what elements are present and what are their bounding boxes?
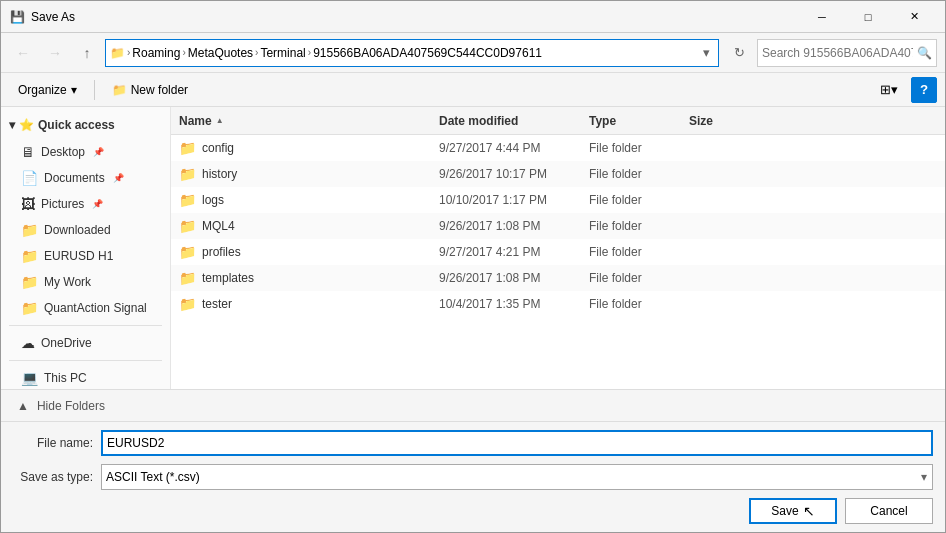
sidebar-item-eurusd[interactable]: 📁 EURUSD H1: [1, 243, 170, 269]
filetype-select[interactable]: ASCII Text (*.csv): [101, 464, 933, 490]
forward-button[interactable]: →: [41, 39, 69, 67]
back-button[interactable]: ←: [9, 39, 37, 67]
file-list-body: 📁 config 9/27/2017 4:44 PM File folder 📁…: [171, 135, 945, 389]
table-row[interactable]: 📁 history 9/26/2017 10:17 PM File folder: [171, 161, 945, 187]
new-folder-button[interactable]: 📁 New folder: [103, 77, 197, 103]
sidebar-item-downloaded-label: Downloaded: [44, 223, 111, 237]
footer-buttons: Save ↖ Cancel: [13, 498, 933, 524]
search-icon: 🔍: [917, 46, 932, 60]
hide-folders-label: Hide Folders: [37, 399, 105, 413]
maximize-button[interactable]: □: [845, 1, 891, 33]
table-row[interactable]: 📁 logs 10/10/2017 1:17 PM File folder: [171, 187, 945, 213]
onedrive-section: ☁ OneDrive: [1, 330, 170, 356]
filename-row: File name:: [13, 430, 933, 456]
address-dropdown-button[interactable]: ▾: [698, 39, 714, 67]
sidebar-item-desktop[interactable]: 🖥 Desktop 📌: [1, 139, 170, 165]
filetype-label: Save as type:: [13, 470, 93, 484]
close-button[interactable]: ✕: [891, 1, 937, 33]
address-bar[interactable]: 📁 › Roaming › MetaQuotes › Terminal › 91…: [105, 39, 719, 67]
view-icon: ⊞: [880, 82, 891, 97]
desktop-icon: 🖥: [21, 144, 35, 160]
cmd-separator: [94, 80, 95, 100]
file-type: File folder: [589, 297, 689, 311]
table-row[interactable]: 📁 templates 9/26/2017 1:08 PM File folde…: [171, 265, 945, 291]
search-box[interactable]: 🔍: [757, 39, 937, 67]
sidebar-divider-2: [9, 360, 162, 361]
pin-icon: 📌: [93, 147, 104, 157]
table-row[interactable]: 📁 MQL4 9/26/2017 1:08 PM File folder: [171, 213, 945, 239]
sidebar-item-onedrive[interactable]: ☁ OneDrive: [1, 330, 170, 356]
thispc-section: 💻 This PC: [1, 365, 170, 389]
window-icon: 💾: [9, 9, 25, 25]
table-row[interactable]: 📁 config 9/27/2017 4:44 PM File folder: [171, 135, 945, 161]
folder-row-icon: 📁: [179, 166, 196, 182]
sidebar-item-eurusd-label: EURUSD H1: [44, 249, 113, 263]
documents-icon: 📄: [21, 170, 38, 186]
view-button[interactable]: ⊞ ▾: [875, 77, 903, 103]
cancel-button[interactable]: Cancel: [845, 498, 933, 524]
main-area: ▾ ⭐ Quick access 🖥 Desktop 📌 📄 Documents…: [1, 107, 945, 389]
sidebar-item-quantaction-label: QuantAction Signal: [44, 301, 147, 315]
sidebar-item-downloaded[interactable]: 📁 Downloaded: [1, 217, 170, 243]
table-row[interactable]: 📁 tester 10/4/2017 1:35 PM File folder: [171, 291, 945, 317]
eurusd-icon: 📁: [21, 248, 38, 264]
sort-arrow-icon: ▲: [216, 116, 224, 125]
filename-input[interactable]: [101, 430, 933, 456]
table-row[interactable]: 📁 profiles 9/27/2017 4:21 PM File folder: [171, 239, 945, 265]
address-roaming: Roaming: [132, 46, 180, 60]
sidebar-item-onedrive-label: OneDrive: [41, 336, 92, 350]
file-name-text: templates: [202, 271, 254, 285]
footer: File name: Save as type: ASCII Text (*.c…: [1, 421, 945, 532]
pin-icon-pic: 📌: [92, 199, 103, 209]
save-button[interactable]: Save ↖: [749, 498, 837, 524]
new-folder-icon: 📁: [112, 83, 127, 97]
search-input[interactable]: [762, 46, 913, 60]
quick-access-star-icon: ⭐: [19, 118, 34, 132]
file-date: 9/27/2017 4:21 PM: [439, 245, 589, 259]
refresh-button[interactable]: ↻: [725, 39, 753, 67]
organize-button[interactable]: Organize ▾: [9, 77, 86, 103]
sidebar-item-pictures-label: Pictures: [41, 197, 84, 211]
file-date: 10/4/2017 1:35 PM: [439, 297, 589, 311]
up-button[interactable]: ↑: [73, 39, 101, 67]
filetype-row: Save as type: ASCII Text (*.csv): [13, 464, 933, 490]
minimize-button[interactable]: ─: [799, 1, 845, 33]
col-name-header[interactable]: Name ▲: [179, 114, 439, 128]
file-type: File folder: [589, 141, 689, 155]
help-button[interactable]: ?: [911, 77, 937, 103]
col-size-header[interactable]: Size: [689, 114, 769, 128]
hide-folders-bar[interactable]: ▲ Hide Folders: [1, 389, 945, 421]
save-as-dialog: 💾 Save As ─ □ ✕ ← → ↑ 📁 › Roaming › Meta…: [0, 0, 946, 533]
sidebar-item-pictures[interactable]: 🖼 Pictures 📌: [1, 191, 170, 217]
file-type: File folder: [589, 193, 689, 207]
sidebar-item-documents[interactable]: 📄 Documents 📌: [1, 165, 170, 191]
mywork-icon: 📁: [21, 274, 38, 290]
file-type: File folder: [589, 245, 689, 259]
sidebar-item-mywork[interactable]: 📁 My Work: [1, 269, 170, 295]
file-name-text: config: [202, 141, 234, 155]
file-type: File folder: [589, 219, 689, 233]
content-area: Name ▲ Date modified Type Size 📁 config: [171, 107, 945, 389]
window-title: Save As: [31, 10, 799, 24]
sidebar-item-quantaction[interactable]: 📁 QuantAction Signal: [1, 295, 170, 321]
view-dropdown-icon: ▾: [891, 82, 898, 97]
file-type: File folder: [589, 271, 689, 285]
folder-row-icon: 📁: [179, 296, 196, 312]
downloaded-icon: 📁: [21, 222, 38, 238]
folder-row-icon: 📁: [179, 140, 196, 156]
file-date: 9/27/2017 4:44 PM: [439, 141, 589, 155]
sidebar-item-desktop-label: Desktop: [41, 145, 85, 159]
folder-row-icon: 📁: [179, 192, 196, 208]
sidebar-item-thispc-label: This PC: [44, 371, 87, 385]
quick-access-chevron: ▾: [9, 118, 15, 132]
folder-row-icon: 📁: [179, 270, 196, 286]
pin-icon-doc: 📌: [113, 173, 124, 183]
sidebar-item-thispc[interactable]: 💻 This PC: [1, 365, 170, 389]
sidebar: ▾ ⭐ Quick access 🖥 Desktop 📌 📄 Documents…: [1, 107, 171, 389]
toolbar: ← → ↑ 📁 › Roaming › MetaQuotes › Termina…: [1, 33, 945, 73]
cancel-label: Cancel: [870, 504, 907, 518]
quick-access-header[interactable]: ▾ ⭐ Quick access: [1, 111, 170, 139]
file-date: 9/26/2017 10:17 PM: [439, 167, 589, 181]
col-date-header[interactable]: Date modified: [439, 114, 589, 128]
col-type-header[interactable]: Type: [589, 114, 689, 128]
